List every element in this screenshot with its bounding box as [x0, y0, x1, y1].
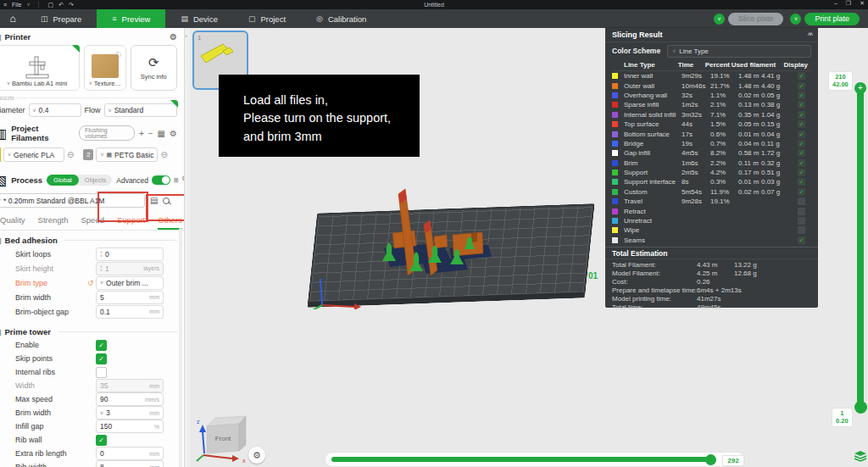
param-row: Brim-object gap0.1mm	[0, 304, 184, 319]
param-input[interactable]: 0.1mm	[96, 305, 164, 319]
param-input[interactable]: 90mm/s	[96, 392, 164, 406]
layer-slider-top-value: 210 42.00	[828, 71, 853, 91]
viewport-settings-button[interactable]: ⚙	[248, 447, 265, 464]
move-slider[interactable]: 292	[325, 452, 745, 467]
add-filament-icon[interactable]: +	[139, 129, 144, 138]
build-plate[interactable]	[307, 203, 595, 308]
orientation-cube[interactable]: Front x z	[195, 411, 251, 465]
display-checkbox[interactable]: ✓	[798, 82, 805, 90]
param-checkbox[interactable]: ✓	[96, 340, 107, 351]
tab-preview[interactable]: ≡Preview	[97, 9, 165, 28]
param-spin[interactable]: ˄˅0	[96, 247, 164, 261]
param-checkbox[interactable]: ✓	[96, 435, 107, 446]
scope-global-button[interactable]: Global	[47, 175, 79, 186]
param-select[interactable]: ˅3mm	[96, 406, 164, 420]
display-checkbox[interactable]: ✓	[798, 72, 805, 80]
layer-slider-track[interactable]	[857, 88, 864, 407]
sidebar-resize-handle[interactable]: ‹›	[185, 28, 190, 467]
filament-color-swatch[interactable]	[0, 147, 1, 162]
used-filament-length: 0.02 m	[738, 188, 761, 196]
line-type-name: Support interface	[624, 178, 682, 186]
display-checkbox[interactable]: ✓	[798, 188, 805, 196]
filament-palette-icon[interactable]: ▦	[158, 129, 165, 138]
display-checkbox[interactable]: ✓	[798, 159, 805, 167]
display-checkbox[interactable]: ✓	[798, 92, 805, 99]
line-type-time: 32s	[682, 92, 710, 99]
display-checkbox[interactable]: ✓	[798, 131, 805, 138]
display-checkbox[interactable]: ✓	[798, 111, 805, 119]
param-checkbox[interactable]: ✓	[96, 353, 107, 364]
minimize-icon[interactable]: –	[834, 0, 837, 7]
collapse-icon[interactable]: ˄˄	[808, 31, 811, 37]
display-checkbox[interactable]	[798, 226, 805, 234]
info-icon[interactable]: ⓘ	[115, 51, 121, 59]
advanced-toggle[interactable]	[152, 175, 170, 185]
display-checkbox[interactable]: ✓	[798, 120, 805, 128]
plate-type-card[interactable]: ⓘ ˅ Texture…	[84, 45, 126, 91]
flushing-volumes-button[interactable]: Flushing volumes	[79, 125, 135, 141]
spinner-arrows[interactable]: ˄˅	[100, 251, 103, 258]
param-input[interactable]: 35mm	[96, 379, 164, 392]
scope-objects-button[interactable]: Objects	[79, 176, 112, 184]
filament-select[interactable]: ˅▦PETG Basic	[96, 147, 158, 162]
display-checkbox[interactable]: ✓	[798, 178, 805, 186]
tab-prepare[interactable]: ◫Prepare	[25, 9, 97, 28]
param-select[interactable]: ˅Outer brim ...	[96, 276, 164, 290]
layer-slider-thumb[interactable]	[854, 401, 867, 414]
remove-filament-icon[interactable]: −	[148, 129, 153, 138]
display-checkbox[interactable]: ✓	[798, 149, 805, 157]
gear-icon[interactable]: ⚙	[170, 129, 177, 138]
param-input[interactable]: 0mm	[96, 447, 164, 460]
slicing-row: Overhang wall32s1.1%0.02 m0.05 g✓	[612, 91, 811, 100]
tab-label: Project	[260, 14, 286, 24]
display-checkbox[interactable]: ✓	[798, 101, 805, 108]
display-checkbox[interactable]: ✓	[798, 169, 805, 176]
tab-device[interactable]: ▤Device	[165, 9, 233, 28]
remove-filament-icon[interactable]: ⊖	[67, 150, 74, 159]
tab-project[interactable]: ▢Project	[233, 9, 301, 28]
display-checkbox[interactable]	[798, 197, 805, 205]
gear-icon[interactable]: ⚙	[170, 32, 177, 42]
display-checkbox[interactable]	[798, 208, 805, 215]
spinner-arrows[interactable]: ˄˅	[100, 265, 103, 272]
process-tab-quality[interactable]: Quality	[0, 215, 25, 225]
restore-icon[interactable]: ❐	[846, 0, 851, 7]
remove-filament-icon[interactable]: ⊖	[160, 150, 167, 159]
home-icon[interactable]: ⌂	[0, 9, 25, 28]
plate-number-label[interactable]: 01	[588, 271, 598, 281]
flow-select[interactable]: ˅ Standard	[104, 103, 177, 117]
slice-plate-button[interactable]: Slice plate	[728, 13, 784, 25]
slice-options-chevron[interactable]: ˅	[714, 14, 725, 25]
line-type-time: 3m32s	[682, 111, 710, 119]
display-checkbox[interactable]: ✓	[798, 140, 805, 147]
process-tab-strength[interactable]: Strength	[38, 215, 69, 225]
param-label: Rib wall	[15, 436, 96, 444]
param-input[interactable]: 5mm	[96, 291, 164, 304]
list-icon[interactable]: ≡	[174, 175, 179, 185]
sync-info-button[interactable]: ⟳ Sync info	[131, 45, 177, 91]
tab-calibration[interactable]: ◎Calibration	[301, 9, 381, 28]
layers-icon[interactable]	[854, 450, 867, 462]
print-plate-button[interactable]: Print plate	[804, 13, 860, 25]
reset-icon[interactable]: ↺	[87, 279, 93, 287]
param-checkbox[interactable]	[96, 367, 107, 378]
spin-down-icon[interactable]: ˅	[100, 269, 103, 272]
color-scheme-select[interactable]: ˅ Line Type	[667, 45, 811, 58]
sidebar-scrollbar[interactable]	[179, 228, 182, 467]
param-input[interactable]: 8mm	[96, 460, 164, 467]
close-icon[interactable]: ✕	[860, 0, 865, 7]
move-slider-track[interactable]	[331, 457, 713, 462]
diameter-select[interactable]: ˅ 0.4	[29, 103, 81, 117]
spin-down-icon[interactable]: ˅	[100, 254, 103, 258]
move-slider-thumb[interactable]	[705, 454, 716, 465]
line-type-name: Seams	[624, 236, 682, 244]
param-input[interactable]: 150%	[96, 420, 164, 433]
line-type-swatch	[612, 150, 618, 156]
filament-select[interactable]: ˅Generic PLA	[3, 147, 64, 162]
display-checkbox[interactable]	[798, 217, 805, 225]
print-options-chevron[interactable]: ˅	[790, 14, 801, 25]
layer-slider-add-button[interactable]: +	[854, 82, 866, 94]
printer-select-card[interactable]: ˅ Bambu Lab A1 mini	[0, 45, 80, 91]
param-spin[interactable]: ˄˅1layers	[96, 262, 164, 275]
display-checkbox[interactable]: ✓	[798, 236, 805, 244]
